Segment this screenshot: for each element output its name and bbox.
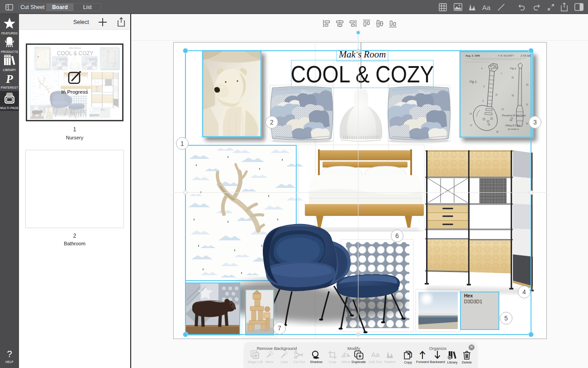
- svg-text:Theodore M. McCarty: Theodore M. McCarty: [502, 114, 526, 117]
- svg-text:Fig.1.: Fig.1.: [469, 80, 478, 84]
- svg-text:Otting & Czyz: Otting & Czyz: [505, 124, 521, 127]
- svg-text:Hex: Hex: [464, 293, 473, 298]
- svg-text:19: 19: [496, 131, 499, 133]
- svg-text:5: 5: [504, 315, 508, 322]
- svg-text:31: 31: [512, 76, 514, 79]
- svg-text:3: 3: [533, 119, 537, 126]
- svg-text:4: 4: [522, 288, 526, 296]
- svg-text:6: 6: [395, 232, 399, 239]
- svg-text:33: 33: [526, 84, 529, 86]
- svg-text:17: 17: [470, 124, 473, 127]
- svg-text:1: 1: [180, 140, 184, 147]
- svg-text:21: 21: [502, 108, 504, 110]
- svg-text:COOL & COZY: COOL & COZY: [291, 62, 434, 87]
- svg-text:7: 7: [278, 325, 281, 332]
- svg-text:ATTORNEYS: ATTORNEYS: [507, 128, 519, 130]
- svg-text:Fig.2.: Fig.2.: [510, 67, 517, 70]
- svg-text:41: 41: [526, 123, 529, 125]
- svg-text:37: 37: [526, 104, 529, 106]
- svg-text:2,714,326: 2,714,326: [521, 54, 531, 57]
- svg-text:2: 2: [270, 119, 274, 126]
- svg-text:F. M. McCARTY: F. M. McCARTY: [498, 54, 514, 57]
- svg-text:D3D3D1: D3D3D1: [464, 299, 482, 304]
- svg-text:14: 14: [469, 113, 472, 115]
- svg-text:12: 12: [495, 94, 498, 96]
- svg-text:35: 35: [512, 95, 514, 97]
- svg-text:Aug. 2, 1955: Aug. 2, 1955: [465, 54, 480, 57]
